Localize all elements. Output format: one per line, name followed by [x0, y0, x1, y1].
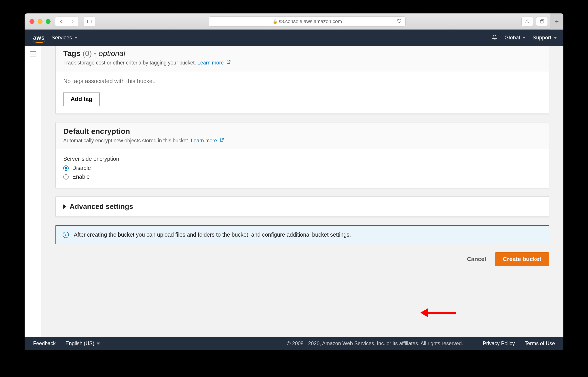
reload-icon	[397, 18, 402, 23]
fullscreen-window-button[interactable]	[46, 19, 51, 24]
share-button[interactable]	[521, 17, 533, 26]
tags-panel-header: Tags (0) - optional Track storage cost o…	[56, 46, 549, 71]
privacy-policy-link[interactable]: Privacy Policy	[483, 341, 515, 347]
tags-learn-more-link[interactable]: Learn more	[197, 60, 231, 66]
side-gutter	[25, 46, 41, 337]
encryption-panel-header: Default encryption Automatically encrypt…	[56, 122, 549, 149]
feedback-link[interactable]: Feedback	[33, 341, 56, 347]
region-label: Global	[505, 35, 520, 41]
external-link-icon	[219, 137, 224, 142]
encryption-title: Default encryption	[63, 127, 541, 136]
sse-enable-label: Enable	[72, 174, 90, 180]
sse-disable-label: Disable	[72, 165, 91, 171]
close-window-button[interactable]	[30, 19, 34, 24]
hamburger-icon	[30, 51, 36, 52]
info-text: After creating the bucket you can upload…	[74, 232, 351, 238]
tags-optional: optional	[99, 49, 125, 58]
main-content: Tags (0) - optional Track storage cost o…	[41, 46, 563, 337]
sse-field-label: Server-side encryption	[63, 156, 541, 162]
region-menu[interactable]: Global	[505, 35, 526, 41]
tags-panel-body: No tags associated with this bucket. Add…	[56, 71, 549, 114]
tabs-icon	[540, 19, 544, 24]
advanced-settings-panel: Advanced settings	[55, 196, 549, 217]
tags-empty-text: No tags associated with this bucket.	[63, 78, 541, 85]
advanced-settings-toggle[interactable]: Advanced settings	[63, 202, 541, 211]
sse-enable-radio[interactable]: Enable	[63, 174, 541, 180]
safari-right-controls	[521, 17, 548, 26]
copyright-text: © 2008 - 2020, Amazon Web Services, Inc.…	[287, 341, 463, 347]
svg-rect-2	[540, 20, 543, 23]
forward-button[interactable]	[67, 17, 78, 26]
sidebar-toggle-button[interactable]	[84, 17, 95, 26]
support-menu[interactable]: Support	[533, 35, 557, 41]
chevron-left-icon	[59, 19, 64, 24]
language-selector[interactable]: English (US)	[66, 341, 100, 347]
cancel-button[interactable]: Cancel	[465, 253, 488, 266]
safari-toolbar: 🔒 s3.console.aws.amazon.com +	[25, 13, 563, 30]
minimize-window-button[interactable]	[38, 19, 43, 24]
url-bar[interactable]: 🔒 s3.console.aws.amazon.com	[209, 16, 406, 27]
chevron-down-icon	[554, 37, 557, 39]
tags-count: (0)	[82, 49, 92, 58]
bell-icon	[491, 34, 498, 41]
notifications-button[interactable]	[491, 34, 498, 41]
new-tab-button[interactable]: +	[550, 13, 563, 30]
encryption-panel-body: Server-side encryption Disable Enable	[56, 149, 549, 188]
radio-icon	[63, 165, 69, 171]
encryption-learn-more-link[interactable]: Learn more	[191, 138, 224, 143]
chevron-down-icon	[74, 37, 78, 39]
terms-of-use-link[interactable]: Terms of Use	[525, 341, 555, 347]
share-icon	[525, 19, 530, 24]
radio-icon	[63, 174, 69, 179]
aws-logo[interactable]: aws	[33, 34, 45, 41]
advanced-settings-title: Advanced settings	[69, 202, 133, 211]
form-actions: Cancel Create bucket	[55, 252, 549, 266]
browser-window: 🔒 s3.console.aws.amazon.com + aws Servic…	[25, 13, 563, 350]
window-traffic-lights	[30, 19, 51, 24]
side-nav-toggle[interactable]	[30, 51, 36, 56]
add-tag-button[interactable]: Add tag	[63, 92, 100, 106]
info-icon: i	[63, 232, 69, 238]
tags-title: Tags (0) - optional	[63, 49, 541, 58]
create-bucket-button[interactable]: Create bucket	[495, 252, 549, 266]
aws-header: aws Services Global Support	[25, 30, 563, 46]
sidebar-icon	[87, 19, 92, 24]
back-button[interactable]	[55, 17, 67, 26]
encryption-panel: Default encryption Automatically encrypt…	[55, 122, 549, 188]
tags-panel: Tags (0) - optional Track storage cost o…	[55, 46, 549, 114]
chevron-down-icon	[522, 37, 526, 39]
caret-right-icon	[63, 204, 67, 209]
chevron-down-icon	[97, 342, 100, 344]
aws-footer: Feedback English (US) © 2008 - 2020, Ama…	[25, 337, 563, 350]
tags-title-text: Tags	[63, 49, 80, 58]
aws-body: Tags (0) - optional Track storage cost o…	[25, 46, 563, 337]
language-label: English (US)	[66, 341, 94, 347]
info-box: i After creating the bucket you can uplo…	[55, 225, 549, 244]
nav-back-forward	[55, 17, 78, 26]
services-menu[interactable]: Services	[51, 35, 78, 41]
encryption-desc: Automatically encrypt new objects stored…	[63, 137, 541, 144]
reload-button[interactable]	[397, 18, 402, 25]
url-text: s3.console.aws.amazon.com	[279, 19, 342, 24]
sse-disable-radio[interactable]: Disable	[63, 165, 541, 171]
lock-icon: 🔒	[273, 19, 277, 24]
external-link-icon	[226, 59, 231, 64]
tags-desc: Track storage cost or other criteria by …	[63, 59, 541, 66]
chevron-right-icon	[70, 19, 75, 24]
svg-rect-0	[88, 20, 91, 23]
tabs-button[interactable]	[536, 17, 548, 26]
support-label: Support	[533, 35, 551, 41]
services-label: Services	[51, 35, 72, 41]
